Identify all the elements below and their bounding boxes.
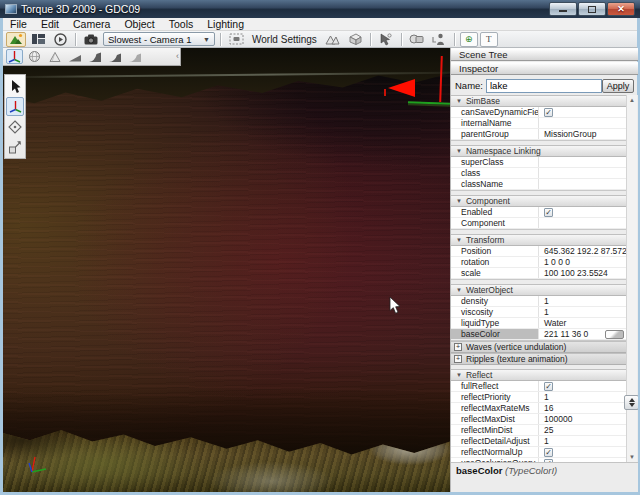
checkbox[interactable]: ✓ (544, 208, 553, 217)
section-header-simbase[interactable]: ▼SimBase (451, 95, 627, 107)
play-button[interactable] (50, 32, 70, 47)
property-row-density[interactable]: density1 (451, 296, 627, 307)
menu-item-lighting[interactable]: Lighting (200, 18, 251, 31)
bounds-toggle-button[interactable]: ⊕ (460, 32, 478, 47)
menu-item-camera[interactable]: Camera (66, 18, 117, 31)
property-row-parentgroup[interactable]: parentGroupMissionGroup (451, 129, 627, 140)
property-row-reflectpriority[interactable]: reflectPriority1 (451, 392, 627, 403)
scroll-down-icon[interactable]: ▼ (627, 452, 637, 462)
cube-button[interactable] (345, 32, 365, 47)
scene-tree-header[interactable]: Scene Tree (451, 48, 638, 61)
property-value: 1 0 0 0 (539, 257, 627, 267)
property-row-basecolor[interactable]: baseColor221 11 36 0 (451, 329, 627, 340)
property-row-scale[interactable]: scale100 100 23.5524 (451, 268, 627, 279)
slope-tool-button-2[interactable] (106, 49, 123, 64)
scale-tool-button[interactable] (6, 137, 24, 156)
property-row-reflectmaxratems[interactable]: reflectMaxRateMs16 (451, 403, 627, 414)
property-row-fullreflect[interactable]: fullReflect✓ (451, 381, 627, 392)
property-row-component[interactable]: Component (451, 218, 627, 229)
property-row-superclass[interactable]: superClass (451, 157, 627, 168)
snap-button[interactable] (376, 32, 396, 47)
group-title: Waves (vertice undulation) (466, 342, 566, 352)
property-row-reflectmindist[interactable]: reflectMinDist25 (451, 425, 627, 436)
drop-shape-button[interactable] (407, 32, 427, 47)
cone-tool-button[interactable] (46, 49, 63, 64)
select-tool-button[interactable] (6, 77, 24, 96)
minimize-button[interactable] (549, 2, 577, 16)
color-picker-button[interactable] (605, 330, 624, 339)
maximize-button[interactable] (578, 2, 606, 16)
name-input[interactable] (486, 79, 602, 93)
inspector-section-namespace-linking: ▼Namespace LinkingsuperClassclassclassNa… (451, 145, 627, 191)
globe-tool-button[interactable] (26, 49, 43, 64)
inspector-group-ripples-texture-animation[interactable]: +Ripples (texture animation) (451, 353, 627, 365)
wedge-tool-button[interactable] (66, 49, 83, 64)
play-icon (54, 33, 67, 46)
slope-tool-button-1[interactable] (86, 49, 103, 64)
property-row-internalname[interactable]: internalName (451, 118, 627, 129)
layout-button[interactable] (28, 32, 48, 47)
axis-indicator-icon (27, 454, 49, 476)
property-value: 1 (539, 436, 627, 446)
camera-frame-button[interactable] (226, 32, 246, 47)
property-row-enabled[interactable]: Enabled✓ (451, 207, 627, 218)
close-button[interactable]: ✕ (607, 2, 635, 16)
slope-tool-button-3[interactable] (126, 49, 143, 64)
camera-button[interactable] (81, 32, 101, 47)
viewport-3d[interactable]: ‹ (3, 48, 450, 492)
scrollbar-thumb[interactable] (624, 395, 638, 410)
property-row-rotation[interactable]: rotation1 0 0 0 (451, 257, 627, 268)
mountains-icon (325, 33, 340, 45)
property-row-position[interactable]: Position645.362 192.2 87.5723 (451, 246, 627, 257)
expand-icon[interactable]: + (454, 343, 462, 351)
camera-speed-dropdown[interactable]: Slowest - Camera 1 ▼ (103, 32, 215, 46)
section-header-waterobject[interactable]: ▼WaterObject (451, 284, 627, 296)
gizmo-x-arrow[interactable] (388, 79, 415, 97)
menu-item-tools[interactable]: Tools (162, 18, 201, 31)
inspector-header[interactable]: Inspector (451, 62, 638, 75)
rotate-icon (8, 120, 22, 134)
property-row-class[interactable]: class (451, 168, 627, 179)
property-value: ✓ (539, 207, 627, 217)
scene-editor-button[interactable] (6, 32, 26, 47)
checkbox[interactable]: ✓ (544, 448, 553, 457)
property-row-classname[interactable]: className (451, 179, 627, 190)
text-toggle-button[interactable]: T (480, 32, 498, 47)
menu-item-object[interactable]: Object (117, 18, 161, 31)
apply-button[interactable]: Apply (602, 79, 634, 93)
inspector-group-waves-vertice-undulation[interactable]: +Waves (vertice undulation) (451, 341, 627, 353)
property-row-liquidtype[interactable]: liquidTypeWater (451, 318, 627, 329)
property-value: MissionGroup (539, 129, 627, 139)
expand-icon[interactable]: + (454, 355, 462, 363)
collapse-arrow-icon[interactable]: ‹ (176, 51, 179, 61)
section-header-component[interactable]: ▼Component (451, 195, 627, 207)
property-label: className (451, 179, 539, 189)
mountains-button[interactable] (323, 32, 343, 47)
section-header-reflect[interactable]: ▼Reflect (451, 369, 627, 381)
move-tool-button[interactable] (6, 97, 24, 116)
toolbar-separator (220, 33, 221, 46)
inspector-scrollbar[interactable]: ▲ ▼ (626, 95, 637, 462)
title-bar[interactable]: Torque 3D 2009 - GDC09 ✕ (0, 0, 640, 18)
property-row-cansavedynamicfields[interactable]: canSaveDynamicFields✓ (451, 107, 627, 118)
scroll-up-icon[interactable]: ▲ (627, 95, 637, 105)
section-header-namespace-linking[interactable]: ▼Namespace Linking (451, 145, 627, 157)
gizmo-tool-button[interactable] (6, 49, 23, 64)
collapse-icon: ▼ (456, 148, 462, 154)
camera-speed-value: Slowest - Camera 1 (108, 34, 191, 45)
checkbox[interactable]: ✓ (544, 108, 553, 117)
drop-player-button[interactable] (429, 32, 449, 47)
property-row-viscosity[interactable]: viscosity1 (451, 307, 627, 318)
rotate-tool-button[interactable] (6, 117, 24, 136)
checkbox[interactable]: ✓ (544, 382, 553, 391)
property-row-reflectmaxdist[interactable]: reflectMaxDist100000 (451, 414, 627, 425)
property-value: ✓ (539, 447, 627, 457)
property-row-reflectdetailadjust[interactable]: reflectDetailAdjust1 (451, 436, 627, 447)
world-settings-label[interactable]: World Settings (252, 34, 317, 45)
property-value-text: 100000 (544, 414, 572, 424)
menu-item-file[interactable]: File (3, 18, 34, 31)
section-header-transform[interactable]: ▼Transform (451, 234, 627, 246)
property-value-text: 1 (544, 392, 549, 402)
property-row-reflectnormalup[interactable]: reflectNormalUp✓ (451, 447, 627, 458)
menu-item-edit[interactable]: Edit (34, 18, 66, 31)
